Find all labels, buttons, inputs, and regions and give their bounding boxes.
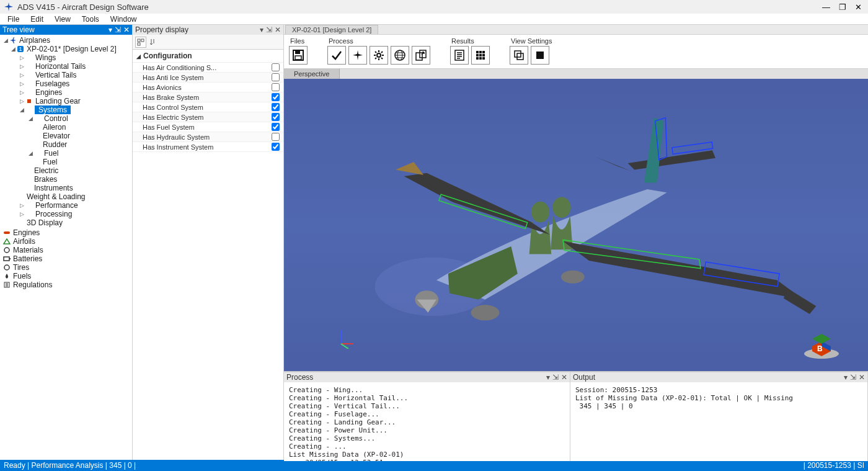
tree-3ddisplay[interactable]: 3D Display bbox=[1, 218, 132, 227]
expand-icon[interactable]: ▷ bbox=[19, 98, 25, 104]
tree-fuel[interactable]: ◢Fuel bbox=[1, 149, 132, 158]
process-pin-icon[interactable]: ⇲ bbox=[552, 373, 559, 382]
prop-pin-icon[interactable]: ⇲ bbox=[266, 25, 272, 34]
tree-elevator[interactable]: Elevator bbox=[1, 132, 132, 140]
prop-checkbox[interactable] bbox=[272, 93, 280, 101]
check-button[interactable] bbox=[327, 46, 346, 65]
prop-section-header[interactable]: ◢Configuration bbox=[133, 50, 283, 63]
tree-lib-airfoils[interactable]: Airfoils bbox=[1, 237, 132, 246]
menu-window[interactable]: Window bbox=[105, 14, 142, 25]
close-button[interactable]: ✕ bbox=[855, 2, 862, 12]
tree-lib-fuels[interactable]: Fuels bbox=[1, 272, 132, 280]
tree-systems[interactable]: ◢Systems bbox=[1, 105, 132, 114]
expand-icon[interactable]: ▷ bbox=[19, 81, 25, 87]
prop-row-5[interactable]: Has Electric System bbox=[133, 112, 283, 122]
report-button[interactable] bbox=[450, 46, 469, 65]
prop-row-1[interactable]: Has Anti Ice System bbox=[133, 73, 283, 83]
prop-row-6[interactable]: Has Fuel System bbox=[133, 122, 283, 132]
restore-button[interactable]: ❐ bbox=[839, 2, 846, 12]
tree-landing-gear[interactable]: ▷Landing Gear bbox=[1, 97, 132, 105]
prop-sort-button[interactable] bbox=[148, 37, 159, 48]
tree-htails[interactable]: ▷Horizontal Tails bbox=[1, 62, 132, 71]
menu-tools[interactable]: Tools bbox=[77, 14, 104, 25]
tree-content[interactable]: ◢ Airplanes ◢ 1 XP-02-01* [Design Level … bbox=[0, 35, 132, 460]
prop-checkbox[interactable] bbox=[272, 143, 280, 151]
prop-checkbox[interactable] bbox=[272, 133, 280, 141]
prop-row-4[interactable]: Has Control System bbox=[133, 102, 283, 112]
prop-row-2[interactable]: Has Avionics bbox=[133, 83, 283, 92]
prop-checkbox[interactable] bbox=[272, 103, 280, 111]
tree-instruments[interactable]: Instruments bbox=[1, 184, 132, 192]
menu-file[interactable]: File bbox=[2, 14, 24, 25]
output-log[interactable]: Session: 200515-1253 List of Missing Dat… bbox=[570, 382, 867, 461]
tree-brakes[interactable]: Brakes bbox=[1, 175, 132, 184]
process-dropdown-icon[interactable]: ▾ bbox=[546, 373, 550, 382]
grid-button[interactable] bbox=[471, 46, 490, 65]
view-tab-perspective[interactable]: Perspective bbox=[284, 69, 340, 79]
expand-icon[interactable]: ◢ bbox=[27, 115, 33, 122]
expand-icon[interactable]: ◢ bbox=[19, 107, 25, 113]
save-button[interactable] bbox=[289, 46, 308, 65]
prop-categorize-button[interactable] bbox=[135, 37, 146, 48]
prop-dropdown-icon[interactable]: ▾ bbox=[260, 25, 264, 34]
output-dropdown-icon[interactable]: ▾ bbox=[844, 373, 848, 382]
tree-lib-engines[interactable]: Engines bbox=[1, 228, 132, 237]
expand-icon[interactable]: ▷ bbox=[19, 72, 25, 78]
tree-lib-materials[interactable]: Materials bbox=[1, 246, 132, 254]
prop-row-0[interactable]: Has Air Conditioning S... bbox=[133, 63, 283, 73]
prop-checkbox[interactable] bbox=[272, 113, 280, 121]
tree-processing[interactable]: ▷Processing bbox=[1, 210, 132, 218]
menu-view[interactable]: View bbox=[50, 14, 76, 25]
prop-row-3[interactable]: Has Brake System bbox=[133, 92, 283, 102]
minimize-button[interactable]: — bbox=[822, 2, 830, 12]
expand-icon[interactable]: ▷ bbox=[19, 202, 25, 209]
expand-icon[interactable]: ▷ bbox=[19, 211, 25, 217]
process-close-icon[interactable]: ✕ bbox=[561, 373, 567, 382]
tree-project[interactable]: ◢ 1 XP-02-01* [Design Level 2] bbox=[1, 45, 132, 53]
tree-dropdown-icon[interactable]: ▾ bbox=[108, 25, 112, 34]
tree-fuselages[interactable]: ▷Fuselages bbox=[1, 79, 132, 88]
solid-button[interactable] bbox=[531, 46, 549, 65]
prop-checkbox[interactable] bbox=[272, 83, 280, 91]
3d-viewport[interactable]: B bbox=[284, 79, 868, 371]
prop-checkbox[interactable] bbox=[272, 73, 280, 81]
tree-electric[interactable]: Electric bbox=[1, 166, 132, 175]
globe-button[interactable] bbox=[391, 46, 409, 65]
prop-checkbox[interactable] bbox=[272, 63, 280, 71]
tree-lib-tires[interactable]: Tires bbox=[1, 263, 132, 272]
tree-pin-icon[interactable]: ⇲ bbox=[115, 25, 121, 34]
export-button[interactable] bbox=[412, 46, 430, 65]
tree-engines[interactable]: ▷Engines bbox=[1, 88, 132, 97]
output-pin-icon[interactable]: ⇲ bbox=[850, 373, 856, 382]
prop-row-7[interactable]: Has Hydraulic System bbox=[133, 132, 283, 142]
tree-performance[interactable]: ▷Performance bbox=[1, 201, 132, 210]
expand-icon[interactable]: ◢ bbox=[27, 150, 33, 156]
prop-row-8[interactable]: Has Instrument System bbox=[133, 142, 283, 152]
aircraft-button[interactable] bbox=[348, 46, 367, 65]
tree-lib-batteries[interactable]: Batteries bbox=[1, 254, 132, 263]
expand-icon[interactable]: ▷ bbox=[19, 89, 25, 96]
tree-close-icon[interactable]: ✕ bbox=[123, 25, 130, 34]
tree-fuel-child[interactable]: Fuel bbox=[1, 158, 132, 166]
expand-icon[interactable]: ▷ bbox=[19, 55, 25, 61]
tree-root[interactable]: ◢ Airplanes bbox=[1, 36, 132, 45]
doc-tab[interactable]: XP-02-01 [Design Level 2] bbox=[285, 25, 378, 34]
expand-icon[interactable]: ◢ bbox=[2, 37, 9, 43]
process-log[interactable]: Creating - Wing... Creating - Horizontal… bbox=[284, 382, 570, 461]
tree-aileron[interactable]: Aileron bbox=[1, 123, 132, 132]
menu-edit[interactable]: Edit bbox=[25, 14, 48, 25]
gear-button[interactable] bbox=[370, 46, 388, 65]
tree-control[interactable]: ◢Control bbox=[1, 114, 132, 123]
nav-cube[interactable]: B bbox=[800, 325, 843, 360]
output-close-icon[interactable]: ✕ bbox=[859, 373, 865, 382]
tree-weight[interactable]: Weight & Loading bbox=[1, 192, 132, 201]
tree-lib-regulations[interactable]: Regulations bbox=[1, 280, 132, 289]
wireframe-button[interactable] bbox=[510, 46, 528, 65]
prop-close-icon[interactable]: ✕ bbox=[275, 25, 281, 34]
tree-rudder[interactable]: Rudder bbox=[1, 140, 132, 149]
prop-checkbox[interactable] bbox=[272, 123, 280, 131]
tree-wings[interactable]: ▷Wings bbox=[1, 53, 132, 62]
expand-icon[interactable]: ◢ bbox=[10, 46, 16, 52]
expand-icon[interactable]: ▷ bbox=[19, 63, 25, 70]
tree-vtails[interactable]: ▷Vertical Tails bbox=[1, 71, 132, 79]
